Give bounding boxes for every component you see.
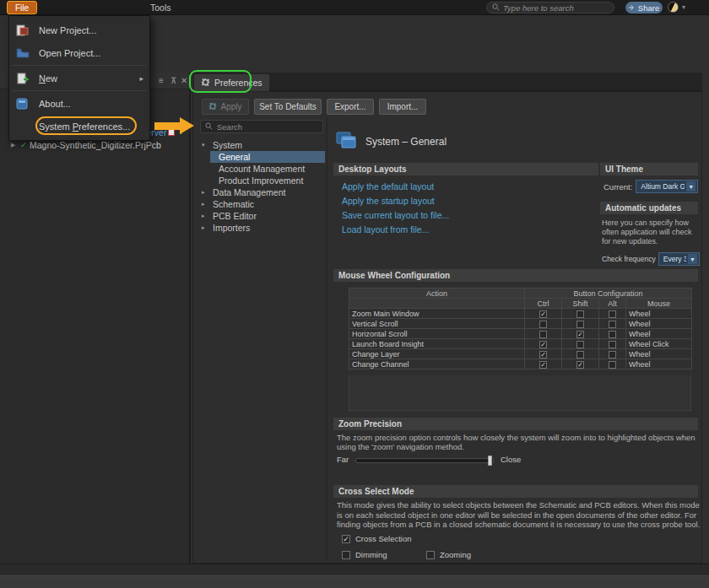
user-menu-caret-icon[interactable]: ▾ (682, 3, 685, 11)
dimming-checkbox[interactable]: Dimming (342, 550, 387, 559)
alt-checkbox[interactable] (609, 331, 616, 338)
apply-startup-layout-link[interactable]: Apply the startup layout (342, 196, 435, 206)
ctrl-checkbox[interactable]: ✓ (539, 361, 547, 369)
section-header-cross-select-mode: Cross Select Mode (333, 485, 698, 498)
menu-separator (12, 65, 147, 66)
ctrl-checkbox[interactable] (539, 331, 547, 338)
preferences-search-input[interactable]: Search (200, 120, 323, 133)
table-row-change-channel[interactable]: Change Channel ✓ ✓ Wheel (349, 359, 692, 370)
shift-checkbox[interactable] (576, 310, 584, 318)
file-menu-button[interactable]: File (7, 1, 37, 14)
mouse-wheel-table: Action Button Configuration Ctrl Shift A… (349, 288, 692, 370)
table-row-vertical-scroll[interactable]: Vertical Scroll Wheel (349, 319, 692, 329)
tree-label: Product Improvement (219, 175, 303, 186)
tree-item-product-improvement[interactable]: Product Improvement (197, 175, 325, 186)
zooming-checkbox[interactable]: Zooming (426, 550, 471, 559)
ctrl-checkbox[interactable] (539, 321, 547, 328)
export-button[interactable]: Export... (327, 99, 374, 115)
expand-icon[interactable]: ▶ (11, 142, 15, 148)
shift-checkbox[interactable] (576, 351, 584, 359)
tab-label: Preferences (214, 78, 262, 88)
table-empty-area (349, 375, 691, 411)
project-row-magno-synthetic-digitizer[interactable]: ▶ ✓ Magno-Synthetic_Digitizer.PrjPcb (0, 139, 189, 152)
menu-item-system-preferences[interactable]: System Preferences... (9, 115, 149, 138)
shift-checkbox[interactable] (576, 321, 584, 328)
import-button[interactable]: Import... (379, 99, 426, 115)
save-layout-to-file-link[interactable]: Save current layout to file... (342, 210, 449, 220)
alt-checkbox[interactable] (609, 310, 616, 318)
checkbox-unchecked[interactable] (342, 551, 350, 559)
search-placeholder: Search (217, 122, 242, 132)
system-general-icon (335, 131, 357, 151)
menu-item-new-project[interactable]: New Project... (9, 19, 149, 41)
collapse-icon[interactable]: ▾ (202, 142, 208, 148)
search-placeholder: Type here to search (503, 3, 574, 13)
checkbox-label: Cross Selection (355, 534, 412, 543)
tree-item-general[interactable]: General (210, 151, 325, 163)
column-header-action: Action (349, 289, 525, 299)
apply-gear-icon (208, 102, 217, 112)
shift-checkbox[interactable]: ✓ (576, 361, 584, 369)
table-row-zoom-main-window[interactable]: Zoom Main Window ✓ Wheel (349, 309, 692, 319)
tree-label: System (213, 140, 242, 150)
section-header-automatic-updates: Automatic updates (600, 202, 698, 214)
table-row-change-layer[interactable]: Change Layer ✓ Wheel (349, 349, 692, 359)
slider-close-label: Close (501, 455, 521, 464)
global-search-box[interactable]: Type here to search (486, 2, 614, 13)
tree-label: Data Management (213, 187, 285, 197)
menu-item-about[interactable]: About... (9, 92, 149, 115)
check-frequency-dropdown[interactable]: Every 3 days ▼ (658, 252, 700, 266)
tree-item-system[interactable]: ▾System (197, 139, 325, 151)
shift-checkbox[interactable] (576, 341, 584, 348)
menu-item-new[interactable]: New ▸ (9, 67, 149, 89)
load-layout-from-file-link[interactable]: Load layout from file... (342, 224, 429, 235)
expand-icon[interactable]: ▸ (202, 201, 208, 208)
tree-item-schematic[interactable]: ▸Schematic (197, 198, 325, 210)
cross-selection-checkbox[interactable]: ✓ Cross Selection (342, 534, 412, 543)
menu-item-open-project[interactable]: Open Project... (9, 41, 149, 64)
tools-menu-item[interactable]: Tools (150, 3, 171, 13)
checkbox-label: Dimming (355, 550, 387, 559)
tree-content-divider[interactable] (327, 117, 327, 561)
submenu-arrow-icon: ▸ (139, 74, 143, 83)
ctrl-checkbox[interactable]: ✓ (539, 341, 547, 348)
slider-handle[interactable] (488, 456, 492, 466)
column-header-alt: Alt (599, 299, 626, 309)
page-title: System – General (365, 136, 447, 148)
apply-default-layout-link[interactable]: Apply the default layout (342, 181, 434, 192)
share-button[interactable]: Share (625, 2, 663, 13)
table-row-launch-board-insight[interactable]: Launch Board Insight ✓ Wheel Click (349, 339, 692, 349)
panel-list-icon[interactable]: ≡ (159, 76, 164, 86)
tree-item-data-management[interactable]: ▸Data Management (197, 186, 325, 198)
zoom-precision-slider[interactable] (355, 458, 494, 463)
alt-checkbox[interactable] (609, 351, 616, 359)
tree-item-importers[interactable]: ▸Importers (197, 222, 325, 234)
expand-icon[interactable]: ▸ (202, 224, 208, 231)
panel-close-icon[interactable]: ✕ (181, 76, 187, 86)
document-tab-bar: Preferences (192, 73, 702, 91)
tree-item-pcb-editor[interactable]: ▸PCB Editor (197, 210, 325, 222)
shift-checkbox[interactable]: ✓ (576, 331, 584, 338)
ctrl-checkbox[interactable]: ✓ (539, 310, 547, 318)
expand-icon[interactable]: ▸ (202, 189, 208, 196)
modified-document-icon (168, 127, 175, 136)
user-avatar[interactable] (668, 2, 679, 13)
set-to-defaults-button[interactable]: Set To Defaults (254, 99, 322, 115)
section-header-desktop-layouts: Desktop Layouts (333, 163, 598, 175)
preferences-tree: ▾System General Account Management Produ… (197, 139, 325, 234)
checkbox-checked[interactable]: ✓ (342, 535, 350, 543)
panel-pin-icon[interactable]: ⊼ (170, 76, 176, 86)
alt-checkbox[interactable] (609, 361, 616, 369)
checkbox-unchecked[interactable] (426, 551, 435, 559)
ctrl-checkbox[interactable]: ✓ (539, 351, 547, 359)
alt-checkbox[interactable] (609, 321, 616, 328)
alt-checkbox[interactable] (609, 341, 616, 348)
ui-theme-dropdown[interactable]: Altium Dark Gray ▼ (636, 180, 698, 193)
expand-icon[interactable]: ▸ (202, 213, 208, 219)
table-row-horizontal-scroll[interactable]: Horizontal Scroll ✓ Wheel (349, 329, 692, 339)
tree-item-account-management[interactable]: Account Management (197, 163, 325, 175)
new-document-icon (16, 72, 30, 84)
apply-button[interactable]: Apply (202, 99, 249, 115)
status-bar (0, 564, 709, 575)
tab-preferences[interactable]: Preferences (194, 74, 269, 91)
